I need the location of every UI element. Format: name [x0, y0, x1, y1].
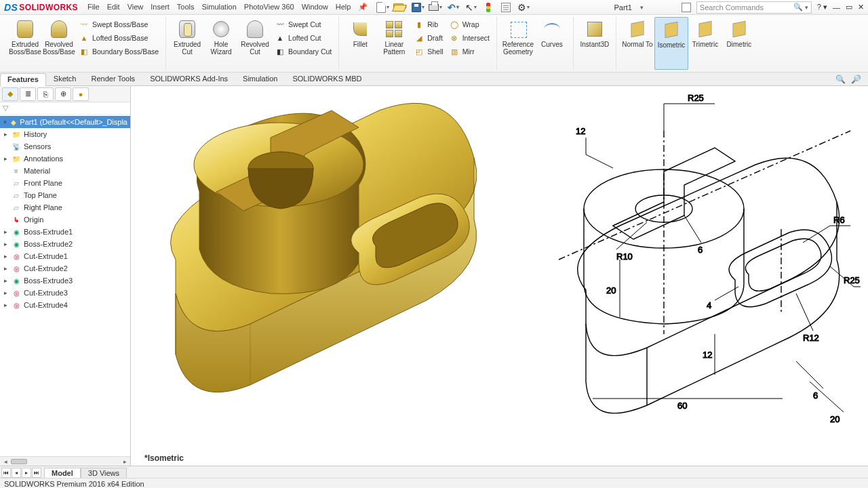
sheet-last-icon[interactable]: ⏭ [32, 468, 41, 478]
tab-sketch[interactable]: Sketch [46, 73, 84, 85]
tree-node[interactable]: 📡Sensors [0, 140, 130, 152]
tree-twisty-icon[interactable]: ▸ [3, 265, 9, 272]
extruded-boss-button[interactable]: Extruded Boss/Base [8, 17, 42, 70]
open-button[interactable] [393, 1, 407, 14]
scroll-left-icon[interactable]: ◂ [1, 458, 9, 465]
fm-tab-dimxpert[interactable]: ⊕ [55, 87, 71, 101]
feature-filter-bar[interactable]: ▽ [0, 102, 130, 115]
rebuild-button[interactable] [481, 1, 495, 14]
undo-button[interactable]: ↶ [446, 1, 460, 14]
hole-wizard-button[interactable]: Hole Wizard [204, 17, 238, 70]
intersect-button[interactable]: ⊗Intersect [449, 33, 490, 43]
close-button[interactable]: ✕ [858, 3, 864, 12]
scroll-thumb[interactable] [11, 459, 27, 464]
tree-twisty-icon[interactable]: ▸ [3, 241, 9, 247]
zoom-area-icon[interactable]: 🔎 [851, 75, 861, 84]
lofted-boss-button[interactable]: ▲Lofted Boss/Base [79, 33, 159, 43]
shell-button[interactable]: ◰Shell [414, 46, 443, 57]
wrap-button[interactable]: ◯Wrap [449, 19, 490, 30]
extruded-cut-button[interactable]: Extruded Cut [170, 17, 204, 70]
tab-simulation[interactable]: Simulation [235, 73, 285, 85]
tree-node[interactable]: ▸◉Boss-Extrude2 [0, 238, 130, 250]
tree-twisty-icon[interactable]: ▾ [3, 119, 7, 125]
tree-twisty-icon[interactable]: ▸ [3, 289, 9, 296]
tab-model[interactable]: Model [44, 468, 81, 478]
sheet-prev-icon[interactable]: ◂ [12, 468, 21, 478]
sheet-next-icon[interactable]: ▸ [22, 468, 31, 478]
doc-dropdown-icon[interactable]: ▾ [640, 4, 644, 11]
sw-resources-icon[interactable] [682, 3, 691, 12]
menu-view[interactable]: View [127, 3, 144, 12]
tree-node[interactable]: ▸◉Boss-Extrude3 [0, 274, 130, 287]
draft-button[interactable]: ◢Draft [414, 33, 443, 43]
tree-root[interactable]: ▾ ◆ Part1 (Default<<Default>_Displa [0, 116, 130, 128]
select-button[interactable]: ↖ [464, 1, 477, 14]
fillet-button[interactable]: Fillet [343, 17, 377, 70]
tree-twisty-icon[interactable]: ▸ [3, 253, 9, 260]
revolved-boss-button[interactable]: Revolved Boss/Base [42, 17, 76, 70]
menu-tools[interactable]: Tools [177, 3, 195, 12]
menu-edit[interactable]: Edit [107, 3, 120, 12]
scroll-right-icon[interactable]: ▸ [121, 458, 129, 465]
fm-tab-config[interactable]: ⎘ [37, 87, 54, 101]
tree-node[interactable]: ▸◉Boss-Extrude1 [0, 226, 130, 238]
zoom-to-fit-icon[interactable]: 🔍 [835, 75, 846, 84]
tree-twisty-icon[interactable]: ▸ [3, 302, 9, 308]
search-commands-input[interactable]: Search Commands 🔍 ▾ [696, 1, 812, 14]
fm-horizontal-scrollbar[interactable]: ◂ ▸ [0, 456, 130, 466]
new-doc-button[interactable] [376, 1, 389, 14]
save-button[interactable] [411, 1, 425, 14]
menu-insert[interactable]: Insert [151, 3, 170, 12]
revolved-cut-button[interactable]: Revolved Cut [238, 17, 272, 70]
dimetric-button[interactable]: Dimetric [722, 17, 756, 70]
search-dropdown-icon[interactable]: ▾ [805, 4, 808, 11]
trimetric-button[interactable]: Trimetric [688, 17, 722, 70]
graphics-viewport[interactable]: R25 12 R10 6 20 R6 4 12 R25 R12 60 6 20 … [131, 86, 868, 466]
rib-button[interactable]: ▮Rib [414, 19, 443, 30]
isometric-button[interactable]: Isometric [654, 17, 688, 70]
curves-button[interactable]: Curves [535, 17, 569, 70]
swept-boss-button[interactable]: 〰Swept Boss/Base [79, 19, 159, 30]
tab-sw-mbd[interactable]: SOLIDWORKS MBD [285, 73, 369, 85]
tree-twisty-icon[interactable]: ▸ [3, 155, 9, 162]
menu-file[interactable]: File [87, 3, 100, 12]
mirror-button[interactable]: ▥Mirr [449, 46, 490, 57]
tree-node[interactable]: ▱Right Plane [0, 201, 130, 214]
minimize-button[interactable]: — [833, 3, 840, 12]
options-button[interactable]: ⚙ [517, 1, 530, 14]
fm-tab-tree[interactable]: ◆ [2, 87, 18, 101]
instant3d-button[interactable]: Instant3D [578, 17, 612, 70]
menu-help[interactable]: Help [336, 3, 351, 12]
swept-cut-button[interactable]: 〰Swept Cut [275, 19, 332, 30]
tab-sw-addins[interactable]: SOLIDWORKS Add-Ins [142, 73, 235, 85]
tab-3d-views[interactable]: 3D Views [81, 468, 127, 478]
tree-node[interactable]: ▸📁History [0, 128, 130, 140]
print-button[interactable] [429, 1, 442, 14]
tree-node[interactable]: ▱Front Plane [0, 177, 130, 189]
normal-to-button[interactable]: Normal To [620, 17, 654, 70]
tree-node[interactable]: ▸◎Cut-Extrude4 [0, 299, 130, 311]
help-button[interactable]: ? ▾ [817, 3, 827, 12]
reference-geometry-button[interactable]: Reference Geometry [501, 17, 535, 70]
tree-twisty-icon[interactable]: ▸ [3, 277, 9, 284]
tab-features[interactable]: Features [0, 73, 46, 86]
lofted-cut-button[interactable]: ▲Lofted Cut [275, 33, 332, 43]
boundary-cut-button[interactable]: ◧Boundary Cut [275, 46, 332, 57]
tree-node[interactable]: ▸◎Cut-Extrude1 [0, 250, 130, 262]
tree-twisty-icon[interactable]: ▸ [3, 228, 9, 235]
tree-node[interactable]: ▸◎Cut-Extrude3 [0, 287, 130, 299]
tree-node[interactable]: ↳Origin [0, 214, 130, 226]
fm-tab-property[interactable]: ≣ [20, 87, 36, 101]
fm-tab-display[interactable]: ● [73, 87, 89, 101]
menu-photoview[interactable]: PhotoView 360 [244, 3, 294, 12]
restore-button[interactable]: ▭ [846, 3, 852, 12]
menu-pin-icon[interactable]: 📌 [358, 3, 368, 12]
linear-pattern-button[interactable]: Linear Pattern [377, 17, 411, 70]
sheet-first-icon[interactable]: ⏮ [1, 468, 11, 478]
tree-twisty-icon[interactable]: ▸ [3, 131, 9, 138]
tree-node[interactable]: ▸📁Annotations [0, 152, 130, 165]
tree-node[interactable]: ▸◎Cut-Extrude2 [0, 262, 130, 274]
tab-render-tools[interactable]: Render Tools [84, 73, 143, 85]
menu-window[interactable]: Window [302, 3, 328, 12]
boundary-boss-button[interactable]: ◧Boundary Boss/Base [79, 46, 159, 57]
